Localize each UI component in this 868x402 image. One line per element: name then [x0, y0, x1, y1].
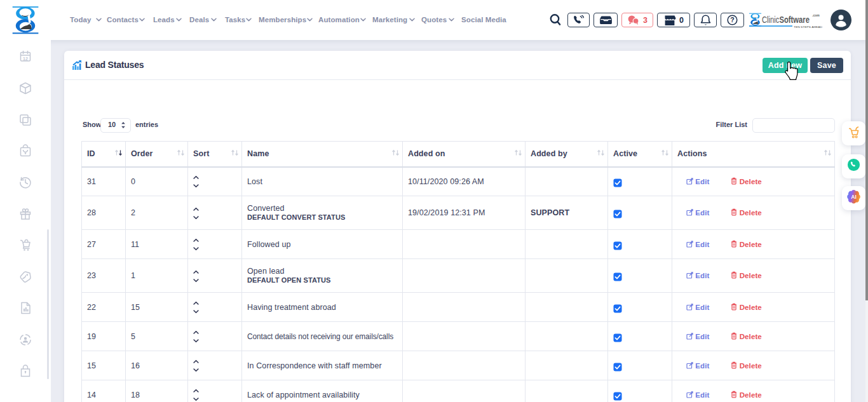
- svg-text:12: 12: [23, 57, 28, 61]
- svg-text:TEN STEPS AHEAD: TEN STEPS AHEAD: [794, 25, 822, 29]
- svg-text:ClinicSoftware: ClinicSoftware: [762, 15, 810, 25]
- svg-text:.com: .com: [812, 13, 820, 17]
- svg-text:AI: AI: [851, 194, 857, 200]
- svg-text:?: ?: [730, 16, 734, 23]
